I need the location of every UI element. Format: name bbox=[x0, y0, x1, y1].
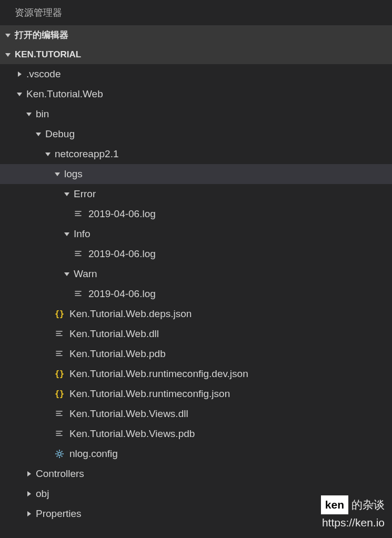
tree-row[interactable]: 2019-04-06.log bbox=[0, 204, 392, 224]
tree-row[interactable]: 2019-04-06.log bbox=[0, 244, 392, 264]
tree-item-label: Ken.Tutorial.Web.runtimeconfig.json bbox=[69, 388, 230, 400]
chevron-down-icon bbox=[25, 110, 33, 118]
tree-item-label: logs bbox=[64, 168, 83, 180]
chevron-down-icon bbox=[4, 32, 12, 39]
svg-text:{}: {} bbox=[55, 309, 64, 319]
tree-row[interactable]: netcoreapp2.1 bbox=[0, 144, 392, 164]
file-icon bbox=[54, 428, 65, 440]
tree-row[interactable]: Ken.Tutorial.Web.Views.dll bbox=[0, 404, 392, 424]
tree-item-label: Ken.Tutorial.Web.deps.json bbox=[69, 308, 192, 320]
watermark-url: https://ken.io bbox=[321, 514, 385, 531]
tree-item-label: netcoreapp2.1 bbox=[55, 148, 119, 160]
tree-row[interactable]: Controllers bbox=[0, 464, 392, 484]
chevron-right-icon bbox=[16, 70, 23, 78]
file-icon bbox=[73, 248, 84, 260]
section-open-editors[interactable]: 打开的编辑器 bbox=[0, 25, 392, 45]
tree-item-label: obj bbox=[36, 488, 49, 500]
file-icon bbox=[54, 408, 65, 420]
tree-row[interactable]: Debug bbox=[0, 124, 392, 144]
tree-item-label: Ken.Tutorial.Web.dll bbox=[69, 328, 159, 340]
tree-item-label: Ken.Tutorial.Web.runtimeconfig.dev.json bbox=[69, 368, 248, 380]
tree-row[interactable]: Info bbox=[0, 224, 392, 244]
tree-item-label: Error bbox=[74, 188, 96, 200]
tree-item-label: Ken.Tutorial.Web bbox=[26, 88, 103, 100]
section-project[interactable]: KEN.TUTORIAL bbox=[0, 45, 392, 64]
chevron-down-icon bbox=[63, 230, 71, 238]
svg-line-31 bbox=[62, 451, 63, 452]
tree-row[interactable]: Error bbox=[0, 184, 392, 204]
tree-item-label: nlog.config bbox=[69, 448, 118, 460]
tree-row[interactable]: {}Ken.Tutorial.Web.runtimeconfig.dev.jso… bbox=[0, 364, 392, 384]
tree-item-label: Controllers bbox=[36, 468, 84, 480]
json-icon: {} bbox=[54, 308, 65, 320]
tree-item-label: 2019-04-06.log bbox=[88, 248, 156, 260]
tree-row[interactable]: Ken.Tutorial.Web.Views.pdb bbox=[0, 424, 392, 444]
svg-line-29 bbox=[57, 451, 58, 452]
file-tree: .vscodeKen.Tutorial.WebbinDebugnetcoreap… bbox=[0, 64, 392, 524]
tree-row[interactable]: {}Ken.Tutorial.Web.runtimeconfig.json bbox=[0, 384, 392, 404]
tree-row[interactable]: 2019-04-06.log bbox=[0, 284, 392, 304]
chevron-down-icon bbox=[44, 150, 52, 158]
tree-row[interactable]: Ken.Tutorial.Web bbox=[0, 84, 392, 104]
json-icon: {} bbox=[54, 368, 65, 380]
tree-row[interactable]: Ken.Tutorial.Web.dll bbox=[0, 324, 392, 344]
tree-item-label: Warn bbox=[74, 268, 97, 280]
tree-item-label: Debug bbox=[45, 128, 75, 140]
tree-item-label: .vscode bbox=[26, 68, 61, 80]
watermark-brand: ken bbox=[321, 495, 348, 514]
tree-row[interactable]: bin bbox=[0, 104, 392, 124]
file-icon bbox=[54, 348, 65, 360]
explorer-title: 资源管理器 bbox=[0, 0, 392, 25]
chevron-down-icon bbox=[63, 270, 71, 278]
chevron-down-icon bbox=[35, 130, 42, 138]
tree-item-label: Info bbox=[74, 228, 91, 240]
tree-row[interactable]: Ken.Tutorial.Web.pdb bbox=[0, 344, 392, 364]
json-icon: {} bbox=[54, 388, 65, 400]
svg-text:{}: {} bbox=[55, 389, 64, 399]
chevron-down-icon bbox=[63, 190, 71, 198]
watermark-suffix: 的杂谈 bbox=[351, 496, 385, 513]
tree-row[interactable]: logs bbox=[0, 164, 392, 184]
tree-item-label: bin bbox=[36, 108, 49, 120]
open-editors-label: 打开的编辑器 bbox=[15, 29, 68, 41]
chevron-right-icon bbox=[25, 490, 33, 498]
file-icon bbox=[54, 328, 65, 340]
tree-row[interactable]: Warn bbox=[0, 264, 392, 284]
svg-text:{}: {} bbox=[55, 369, 64, 379]
file-icon bbox=[73, 208, 84, 220]
chevron-down-icon bbox=[4, 51, 12, 58]
file-icon bbox=[73, 288, 84, 300]
tree-item-label: 2019-04-06.log bbox=[88, 208, 156, 220]
tree-row[interactable]: {}Ken.Tutorial.Web.deps.json bbox=[0, 304, 392, 324]
chevron-right-icon bbox=[25, 470, 33, 478]
chevron-down-icon bbox=[16, 90, 23, 98]
tree-item-label: Ken.Tutorial.Web.pdb bbox=[69, 348, 166, 360]
watermark: ken 的杂谈 https://ken.io bbox=[321, 495, 385, 531]
tree-item-label: Ken.Tutorial.Web.Views.dll bbox=[69, 408, 188, 420]
tree-row[interactable]: .vscode bbox=[0, 64, 392, 84]
chevron-right-icon bbox=[25, 510, 33, 517]
tree-item-label: Ken.Tutorial.Web.Views.pdb bbox=[69, 428, 195, 440]
chevron-down-icon bbox=[54, 170, 61, 178]
tree-row[interactable]: nlog.config bbox=[0, 444, 392, 464]
explorer-title-text: 资源管理器 bbox=[15, 6, 62, 19]
svg-point-24 bbox=[58, 452, 61, 455]
tree-item-label: 2019-04-06.log bbox=[88, 288, 156, 300]
svg-line-32 bbox=[57, 456, 58, 457]
svg-line-30 bbox=[62, 456, 63, 457]
gear-icon bbox=[54, 448, 65, 460]
tree-item-label: Properties bbox=[36, 508, 82, 520]
project-label: KEN.TUTORIAL bbox=[15, 49, 81, 60]
